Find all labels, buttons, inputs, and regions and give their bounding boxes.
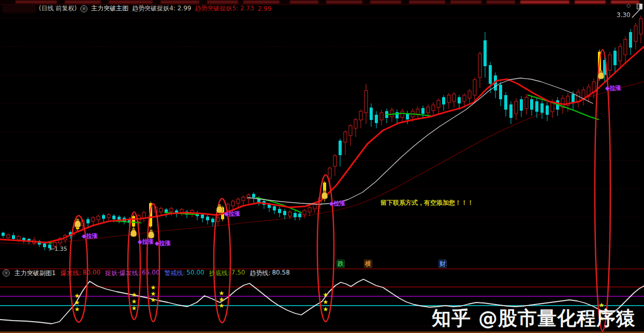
star-icon: ★ xyxy=(323,291,329,298)
bag-body xyxy=(216,206,223,213)
watermark-text: 知乎 @股市量化程序猿 xyxy=(432,306,636,331)
star-icon: ★ xyxy=(131,305,137,312)
star-icon: ★ xyxy=(131,298,137,305)
pull-up-label: ◆拉涨 xyxy=(605,84,621,92)
star-icon: ★ xyxy=(75,292,80,299)
pull-up-label: ◆拉涨 xyxy=(82,232,97,240)
bag-body xyxy=(148,231,154,238)
money-bag-icon xyxy=(148,230,154,238)
bag-body xyxy=(598,72,604,79)
star-icon: ★ xyxy=(131,291,137,298)
pull-up-label: ◆拉涨 xyxy=(329,200,345,207)
star-icon: ★ xyxy=(323,306,329,313)
bag-body xyxy=(130,230,137,237)
pull-up-label: ◆拉涨 xyxy=(155,239,170,247)
bag-body xyxy=(321,192,328,199)
trading-app-window: (日线 前复权) ∨ 主力突破主图 趋势突破捉妖4: 2.99 趋势突破捉妖5:… xyxy=(0,0,644,333)
pull-up-label: ◆拉涨 xyxy=(224,210,240,218)
pull-up-label: ◆拉涨 xyxy=(138,238,153,246)
annotation-ellipse xyxy=(147,204,159,322)
star-icon: ★ xyxy=(75,299,80,306)
star-icon: ★ xyxy=(323,298,329,306)
money-bag-icon xyxy=(130,228,137,237)
bag-body xyxy=(75,220,81,228)
star-icon: ★ xyxy=(219,302,225,309)
star-icon: ★ xyxy=(151,296,156,304)
money-bag-icon xyxy=(321,190,328,199)
star-icon: ★ xyxy=(75,306,80,313)
money-bag-icon xyxy=(216,204,223,213)
annotation-layer: ★★★★★★★★★★★★★★★★★★ xyxy=(0,0,644,333)
